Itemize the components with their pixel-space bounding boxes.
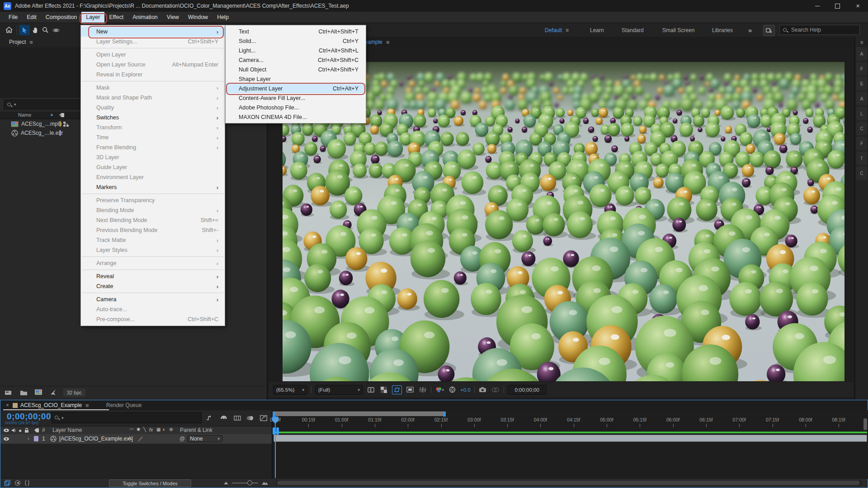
menu-effect[interactable]: Effect <box>104 12 128 23</box>
workspace-overflow-chevrons[interactable]: » <box>748 23 752 37</box>
lock-icon[interactable] <box>24 428 29 433</box>
frame-blending-icon[interactable] <box>232 413 243 423</box>
menu-item-arrange[interactable]: Arrange› <box>81 258 225 268</box>
menu-item-blending-mode[interactable]: Blending Mode› <box>81 205 225 215</box>
menu-item-mask-and-shape-path[interactable]: Mask and Shape Path› <box>81 93 225 103</box>
menu-item-time[interactable]: Time› <box>81 133 225 142</box>
collapsed-panel-tab[interactable]: F <box>856 137 867 150</box>
3d-switch-icon[interactable]: ⊕ <box>169 427 173 432</box>
index-column-header[interactable]: # <box>42 427 45 433</box>
toggle-switches-modes-button[interactable]: Toggle Switches / Modes <box>109 479 191 487</box>
zoom-in-timeline-icon[interactable] <box>262 481 268 485</box>
timeline-comp-tab[interactable]: ACEScg_OCIO_Example <box>20 402 82 408</box>
collapsed-panel-tab[interactable]: C <box>856 166 867 180</box>
menu-item-create[interactable]: Create› <box>81 281 225 291</box>
menu-item-auto-trace[interactable]: Auto-trace... <box>81 304 225 314</box>
menu-item-transform[interactable]: Transform› <box>81 123 225 133</box>
work-area-end-handle[interactable] <box>443 412 446 417</box>
timeline-zoom-slider-track[interactable] <box>232 483 258 483</box>
zoom-tool[interactable] <box>40 25 51 35</box>
magnification-dropdown[interactable]: (65.5%)▾ <box>273 385 307 395</box>
submenu-item-content-aware-fill-layer[interactable]: Content-Aware Fill Layer... <box>226 93 366 103</box>
menu-view[interactable]: View <box>162 12 184 23</box>
collapsed-panel-tab[interactable]: C <box>856 122 867 135</box>
submenu-item-adobe-photoshop-file[interactable]: Adobe Photoshop File... <box>226 103 366 112</box>
snapshot-icon[interactable] <box>367 386 376 394</box>
mini-flowchart-icon[interactable] <box>204 413 215 423</box>
menu-item-previous-blending-mode[interactable]: Previous Blending ModeShift+- <box>81 225 225 235</box>
menu-item-preserve-transparency[interactable]: Preserve Transparency <box>81 195 225 205</box>
video-eye-icon[interactable] <box>3 428 9 432</box>
submenu-item-maxon-cinema-4d-file[interactable]: MAXON CINEMA 4D File... <box>226 112 366 122</box>
out-point-handle[interactable] <box>276 427 279 435</box>
sort-ascending-icon[interactable]: ▲ <box>50 112 54 117</box>
new-composition-icon[interactable] <box>34 389 43 396</box>
take-snapshot-camera-icon[interactable] <box>478 386 487 394</box>
project-panel-menu-icon[interactable]: ≡ <box>29 39 33 46</box>
layer-row[interactable]: › 1 [ACEScg_OCIO_Example.exr] ／ @ None▾ <box>0 434 272 444</box>
graph-editor-icon[interactable] <box>258 413 269 423</box>
project-tab[interactable]: Project <box>9 39 26 45</box>
expand-in-out-icon[interactable] <box>24 480 30 486</box>
adjustment-switch-icon[interactable]: ▦ <box>156 427 160 432</box>
submenu-item-solid[interactable]: Solid...Ctrl+Y <box>226 36 366 46</box>
maximize-button[interactable] <box>827 0 848 12</box>
fx-switch-icon[interactable]: fx <box>149 427 153 432</box>
motion-blur-icon[interactable] <box>245 413 255 423</box>
layer-shy-icon[interactable] <box>127 436 132 442</box>
menu-layer[interactable]: Layer <box>81 12 104 23</box>
menu-item-mask[interactable]: Mask› <box>81 83 225 93</box>
pan-behind-region-icon[interactable] <box>418 386 427 394</box>
quality-switch-icon[interactable]: ╲ <box>143 427 146 432</box>
menu-item-guide-layer[interactable]: Guide Layer <box>81 162 225 172</box>
selection-tool[interactable] <box>19 25 30 35</box>
menu-edit[interactable]: Edit <box>22 12 41 23</box>
shy-switch-icon[interactable]: ◠ <box>130 427 134 432</box>
hand-tool[interactable] <box>30 25 41 35</box>
zoom-out-timeline-icon[interactable] <box>224 482 228 485</box>
menu-item-quality[interactable]: Quality› <box>81 103 225 113</box>
collapsed-panel-tab[interactable]: F <box>856 62 867 76</box>
close-button[interactable]: ✕ <box>848 0 868 12</box>
viewer-panel-menu-icon[interactable]: ≡ <box>386 39 390 46</box>
audio-speaker-icon[interactable] <box>11 428 17 433</box>
workspace-tab-default[interactable]: Default≡ <box>545 23 569 37</box>
submenu-item-shape-layer[interactable]: Shape Layer <box>226 74 366 84</box>
submenu-item-null-object[interactable]: Null ObjectCtrl+Alt+Shift+Y <box>226 65 366 74</box>
work-area-bar[interactable] <box>273 412 446 416</box>
delete-icon[interactable] <box>50 389 57 396</box>
menu-item-open-layer[interactable]: Open Layer <box>81 50 225 60</box>
channels-icon[interactable]: ▾ <box>435 386 444 394</box>
timeline-zoom-slider-knob[interactable] <box>247 480 252 485</box>
playhead-line[interactable] <box>275 423 276 479</box>
layer-color-swatch[interactable] <box>34 436 38 441</box>
parent-dropdown[interactable]: None▾ <box>187 435 222 442</box>
menu-item-pre-compose[interactable]: Pre-compose...Ctrl+Shift+C <box>81 314 225 324</box>
exposure-reset-icon[interactable] <box>448 386 457 394</box>
layer-duration-bar[interactable] <box>274 435 867 442</box>
timeline-tab-menu-icon[interactable]: ≡ <box>85 402 89 409</box>
workspace-tab-libraries[interactable]: Libraries <box>712 23 733 37</box>
parent-link-column-header[interactable]: Parent & Link <box>180 427 212 433</box>
viewer-timecode[interactable]: 0;00;00;00 <box>508 385 547 395</box>
menu-item-reveal-in-explorer[interactable]: Reveal in Explorer <box>81 70 225 80</box>
menu-item-new[interactable]: New› <box>81 27 225 37</box>
collapsed-panel-tab[interactable]: A <box>856 92 867 105</box>
horizontal-scrollbar[interactable] <box>276 480 862 485</box>
menu-item-3d-layer[interactable]: 3D Layer <box>81 152 225 162</box>
layer-name-column-header[interactable]: Layer Name <box>52 427 82 433</box>
name-column-header[interactable]: Name <box>18 112 31 118</box>
expand-transfer-controls-icon[interactable] <box>14 480 21 486</box>
project-bit-depth[interactable]: 32 bpc <box>63 389 85 397</box>
menu-item-reveal[interactable]: Reveal› <box>81 271 225 281</box>
workspace-tab-small-screen[interactable]: Small Screen <box>662 23 694 37</box>
collapsed-panel-tab[interactable]: L <box>856 107 867 120</box>
search-help-box[interactable]: Search Help <box>779 25 860 35</box>
menu-item-layer-styles[interactable]: Layer Styles› <box>81 245 225 255</box>
menu-window[interactable]: Window <box>184 12 212 23</box>
label-column-icon[interactable] <box>34 428 40 433</box>
menu-item-switches[interactable]: Switches› <box>81 113 225 123</box>
motion-blur-switch-icon[interactable]: ◐ <box>163 427 165 432</box>
region-of-interest-icon[interactable] <box>392 385 402 394</box>
workspace-settings-icon[interactable] <box>763 25 775 36</box>
